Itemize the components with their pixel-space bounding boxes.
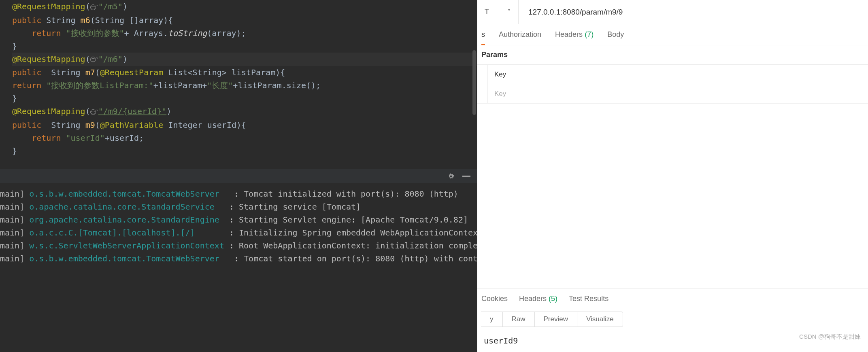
log-line: main] org.apache.catalina.core.StandardE…: [0, 213, 477, 226]
toolbar: [0, 169, 477, 183]
web-icon: [90, 109, 96, 115]
request-tabs: s Authorization Headers (7) Body: [477, 24, 868, 45]
view-raw[interactable]: Raw: [502, 312, 535, 327]
url-input[interactable]: 127.0.0.1:8080/param/m9/9: [519, 8, 623, 17]
view-pretty[interactable]: y: [481, 312, 503, 327]
params-table-row[interactable]: Key: [477, 84, 868, 104]
current-line: @RequestMapping(˅"/m6"): [12, 53, 477, 66]
web-icon: [90, 4, 96, 10]
view-mode: y Raw Preview Visualize: [477, 309, 868, 329]
postman-pane: T ˅ 127.0.0.1:8080/param/m9/9 s Authoriz…: [477, 0, 868, 352]
log-line: main] o.s.b.w.embedded.tomcat.TomcatWebS…: [0, 252, 477, 265]
params-table-header: Key: [477, 65, 868, 84]
gear-icon[interactable]: [447, 172, 455, 180]
watermark: CSDN @狗哥不是甜妹: [799, 333, 861, 341]
tab-tests[interactable]: Test Results: [569, 295, 608, 303]
view-preview[interactable]: Preview: [534, 312, 577, 327]
response-tabs: Cookies Headers (5) Test Results: [477, 288, 868, 309]
tab-cookies[interactable]: Cookies: [481, 295, 508, 303]
column-key: Key: [488, 70, 868, 78]
scrollbar-vertical[interactable]: [472, 50, 476, 115]
tab-body[interactable]: Body: [607, 30, 624, 39]
log-line: main] o.s.b.w.embedded.tomcat.TomcatWebS…: [0, 187, 477, 200]
key-input[interactable]: Key: [488, 90, 868, 98]
console[interactable]: main] o.s.b.w.embedded.tomcat.TomcatWebS…: [0, 183, 477, 352]
log-line: main] o.apache.catalina.core.StandardSer…: [0, 200, 477, 213]
code-editor[interactable]: @RequestMapping(˅"/m5") public String m6…: [0, 0, 477, 169]
tab-authorization[interactable]: Authorization: [499, 30, 541, 39]
web-icon: [90, 57, 96, 62]
editor-pane: @RequestMapping(˅"/m5") public String m6…: [0, 0, 477, 352]
section-title: Params: [477, 45, 868, 65]
tab-resp-headers[interactable]: Headers (5): [519, 295, 557, 303]
checkbox-column: [477, 65, 488, 84]
log-line: main] w.s.c.ServletWebServerApplicationC…: [0, 239, 477, 252]
method-label: T: [485, 8, 489, 16]
chevron-down-icon: ˅: [507, 8, 511, 17]
minimize-icon[interactable]: [462, 176, 470, 177]
tab-params[interactable]: s: [481, 30, 485, 39]
tab-headers[interactable]: Headers (7): [555, 30, 594, 39]
log-line: main] o.a.c.c.C.[Tomcat].[localhost].[/]…: [0, 226, 477, 239]
svg-rect-0: [462, 176, 470, 177]
view-visualize[interactable]: Visualize: [577, 312, 623, 327]
url-bar: T ˅ 127.0.0.1:8080/param/m9/9: [477, 0, 868, 24]
http-method-select[interactable]: T ˅: [477, 0, 519, 24]
annotation: @RequestMapping: [12, 2, 85, 11]
